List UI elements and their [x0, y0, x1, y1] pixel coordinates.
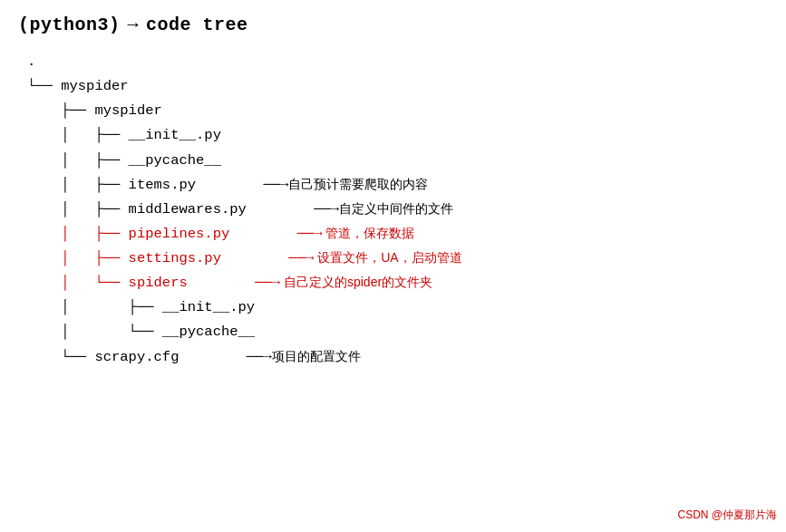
tree-container: . └── myspider ├── myspider │ ├── __init…: [18, 50, 768, 370]
tree-row: │ ├── middlewares.py ──→自定义中间件的文件: [27, 198, 768, 222]
tree-item-name: └── myspider: [27, 74, 129, 99]
tree-item-name: │ ├── __init__.py: [27, 295, 255, 320]
header-arrow: →: [128, 15, 140, 35]
watermark-text: CSDN @仲夏那片海: [677, 508, 777, 521]
tree-row: │ ├── items.py ──→自己预计需要爬取的内容: [27, 173, 768, 198]
tree-row: │ ├── __pycache__: [27, 149, 768, 173]
tree-root-dot: .: [27, 50, 768, 74]
comment-text: 项目的配置文件: [272, 345, 361, 368]
comment-text: 设置文件，UA，启动管道: [314, 247, 461, 269]
tree-row: │ ├── settings.py ──→ 设置文件，UA，启动管道: [27, 247, 768, 271]
comment-text: 自定义中间件的文件: [339, 198, 453, 220]
tree-item-name: ├── myspider: [27, 99, 162, 123]
tree-row: └── myspider: [27, 74, 768, 99]
tree-row: │ ├── __init__.py: [27, 123, 768, 148]
tree-row: └── scrapy.cfg ──→项目的配置文件: [27, 345, 768, 370]
tree-item-name: │ ├── __init__.py: [27, 123, 221, 148]
tree-item-name: │ └── __pycache__: [27, 320, 255, 344]
tree-item-name: │ ├── __pycache__: [27, 149, 221, 173]
comment-arrow: ──→: [297, 222, 323, 247]
tree-item-name: │ ├── settings.py: [27, 247, 221, 271]
tree-row: ├── myspider: [27, 99, 768, 123]
comment-text: 自己定义的spider的文件夹: [280, 271, 432, 294]
tree-row: │ ├── pipelines.py ──→ 管道，保存数据: [27, 222, 768, 247]
watermark: CSDN @仲夏那片海: [677, 508, 777, 523]
tree-item-name: │ ├── pipelines.py: [27, 222, 229, 247]
comment-arrow: ──→: [288, 247, 314, 271]
tree-row: │ └── __pycache__: [27, 320, 768, 344]
comment-arrow: ──→: [255, 271, 280, 295]
comment-text: 自己预计需要爬取的内容: [288, 173, 428, 196]
tree-item-name: │ └── spiders: [27, 271, 188, 295]
tree-lines: └── myspider ├── myspider │ ├── __init__…: [27, 74, 768, 370]
comment-arrow: ──→: [247, 345, 272, 370]
tree-item-name: │ ├── middlewares.py: [27, 198, 247, 222]
comment-arrow: ──→: [263, 173, 288, 198]
header-prefix: (python3): [18, 15, 121, 35]
tree-item-name: └── scrapy.cfg: [27, 345, 179, 370]
header-command: code tree: [146, 15, 248, 35]
tree-item-name: │ ├── items.py: [27, 173, 196, 198]
header-line: (python3) → code tree: [18, 15, 768, 35]
comment-text: 管道，保存数据: [323, 222, 415, 245]
tree-row: │ └── spiders ──→ 自己定义的spider的文件夹: [27, 271, 768, 295]
tree-row: │ ├── __init__.py: [27, 295, 768, 320]
comment-arrow: ──→: [314, 198, 339, 222]
